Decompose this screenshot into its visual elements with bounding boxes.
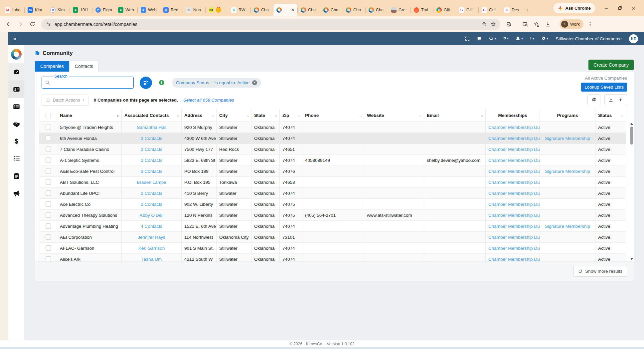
tab-contacts[interactable]: Contacts xyxy=(69,61,99,72)
cell-contacts[interactable]: 3 Contacts xyxy=(122,166,182,177)
contacts-link[interactable]: Abby O'Dell xyxy=(140,213,163,218)
browser-tab[interactable]: KRW- xyxy=(228,4,250,16)
cell-memberships[interactable]: Chamber Membership Dues xyxy=(486,133,540,144)
new-tab-button[interactable] xyxy=(524,6,532,14)
column-header-email[interactable]: Email↑↓ xyxy=(424,109,486,122)
contacts-link[interactable]: Keri Garrison xyxy=(138,246,165,251)
column-header-city[interactable]: City↑↓ xyxy=(217,109,251,122)
cell-contacts[interactable]: 2 Contacts xyxy=(122,199,182,210)
close-icon[interactable] xyxy=(631,6,636,11)
cell-memberships[interactable]: Chamber Membership Dues xyxy=(486,232,540,243)
sort-arrows-icon[interactable]: ↑↓ xyxy=(295,114,300,118)
cell-contacts[interactable]: Samantha Hall xyxy=(122,122,182,133)
create-company-button[interactable]: Create Company xyxy=(588,60,634,70)
programs-link[interactable]: Signature Membership xyxy=(545,136,590,141)
contacts-link[interactable]: 2 Contacts xyxy=(141,191,162,196)
sort-arrows-icon[interactable]: ↑↓ xyxy=(479,114,483,118)
chambermate-logo[interactable] xyxy=(8,45,24,63)
contacts-link[interactable]: 4 Contacts xyxy=(141,224,162,229)
browser-tab[interactable]: GGui xyxy=(479,4,501,16)
sort-arrows-icon[interactable]: ↑↓ xyxy=(417,114,421,118)
contacts-link[interactable]: 2 Contacts xyxy=(141,158,162,163)
memberships-link[interactable]: Chamber Membership Dues xyxy=(488,224,540,229)
cell-programs[interactable]: Signature Membership xyxy=(540,133,595,144)
table-row[interactable]: Advanced Therapy SolutionsAbby O'Dell120… xyxy=(39,210,626,221)
browser-tab[interactable]: FFigm xyxy=(92,4,115,16)
cell-contacts[interactable]: Tasha Um xyxy=(122,254,182,262)
browser-tab[interactable]: Trai xyxy=(411,4,433,16)
tab-companies[interactable]: Companies xyxy=(35,61,69,72)
sort-arrows-icon[interactable]: ↑↓ xyxy=(244,114,249,118)
sort-arrows-icon[interactable]: ↑↓ xyxy=(357,114,362,118)
column-header-address[interactable]: Address↑↓ xyxy=(182,109,217,122)
gear-icon[interactable]: ▾ xyxy=(541,36,548,41)
sort-arrows-icon[interactable]: ↑↓ xyxy=(210,114,214,118)
cell-memberships[interactable]: Chamber Membership Dues xyxy=(486,199,540,210)
sidebar-item-task-list[interactable] xyxy=(8,150,24,167)
table-row[interactable]: Alice's ArkTasha Um4212 South WStillwate… xyxy=(39,254,626,262)
bookmark-star-icon[interactable] xyxy=(491,22,496,27)
maximize-icon[interactable] xyxy=(617,6,622,11)
row-checkbox[interactable] xyxy=(39,177,57,188)
cell-contacts[interactable]: 2 Contacts xyxy=(122,188,182,199)
memberships-link[interactable]: Chamber Membership Dues xyxy=(488,136,540,141)
extensions-icon[interactable] xyxy=(504,20,514,29)
browser-tab[interactable]: MInbo xyxy=(2,4,24,16)
cell-memberships[interactable]: Chamber Membership Dues xyxy=(486,144,540,155)
back-icon[interactable] xyxy=(3,19,13,29)
cell-programs[interactable]: Signature Membership xyxy=(540,166,595,177)
column-header-state[interactable]: State↑↓ xyxy=(251,109,280,122)
sidebar-item-bullhorn[interactable] xyxy=(8,184,24,202)
memberships-link[interactable]: Chamber Membership Dues xyxy=(488,257,540,262)
browser-tab[interactable]: GGlit xyxy=(456,4,478,16)
contacts-link[interactable]: Braden Lampe xyxy=(137,180,166,185)
table-row[interactable]: A-1 Septic Systems2 Contacts5823 E. 68th… xyxy=(39,155,626,166)
cell-programs[interactable]: Signature Membership xyxy=(540,221,595,232)
sidebar-item-clipboard[interactable] xyxy=(8,167,24,184)
cell-contacts[interactable]: Braden Lampe xyxy=(122,177,182,188)
column-header-memberships[interactable]: Memberships xyxy=(486,109,540,122)
select-all-link[interactable]: Select all 658 Companies xyxy=(183,98,234,103)
profile-chip[interactable]: K Work xyxy=(560,19,583,29)
browser-tab-active[interactable]: ✕ xyxy=(273,4,297,16)
sort-arrows-icon[interactable]: ↑↓ xyxy=(115,114,119,118)
browser-tab[interactable]: 18Kim xyxy=(25,4,47,16)
reading-list-star-icon[interactable] xyxy=(532,20,541,29)
memberships-link[interactable]: Chamber Membership Dues xyxy=(488,180,540,185)
row-checkbox[interactable] xyxy=(39,144,57,155)
column-header-programs[interactable]: Programs xyxy=(540,109,595,122)
cell-memberships[interactable]: Chamber Membership Dues xyxy=(486,155,540,166)
sidebar-item-gauge[interactable] xyxy=(8,63,24,81)
cell-memberships[interactable]: Chamber Membership Dues xyxy=(486,177,540,188)
url-bar[interactable]: app.chambermate.com/retail/companies xyxy=(41,19,500,30)
column-header-name[interactable]: Name↑↓ xyxy=(57,109,122,122)
lookup-saved-lists-button[interactable]: Lookup Saved Lists xyxy=(581,83,627,92)
row-checkbox[interactable] xyxy=(39,133,57,144)
table-row[interactable]: A&B Eco-Safe Pest Control3 ContactsPO Bo… xyxy=(39,166,626,177)
memberships-link[interactable]: Chamber Membership Dues xyxy=(488,235,540,240)
browser-tab[interactable]: GDes xyxy=(501,4,524,16)
memberships-link[interactable]: Chamber Membership Dues xyxy=(488,202,540,207)
memberships-link[interactable]: Chamber Membership Dues xyxy=(488,158,540,163)
memberships-link[interactable]: Chamber Membership Dues xyxy=(488,213,540,218)
cell-contacts[interactable]: 4 Contacts xyxy=(122,221,182,232)
row-checkbox[interactable] xyxy=(39,210,57,221)
table-row[interactable]: ABT Solutions, LLCBraden LampeP.O. Box 1… xyxy=(39,177,626,188)
contacts-link[interactable]: Jennifer Hays xyxy=(138,235,165,240)
sidebar-expand-icon[interactable]: » xyxy=(13,35,17,42)
browser-tab[interactable]: Cha xyxy=(251,4,273,16)
upload-icon[interactable] xyxy=(618,97,623,102)
search-field[interactable]: Search xyxy=(42,77,134,89)
cell-memberships[interactable]: Chamber Membership Dues xyxy=(486,221,540,232)
download-icon[interactable] xyxy=(608,97,613,102)
table-row[interactable]: Abundant Life UPCI2 Contacts410 S BerryS… xyxy=(39,188,626,199)
column-header-contacts[interactable]: Associated Contacts↑↓ xyxy=(122,109,182,122)
downloads-icon[interactable] xyxy=(543,20,553,29)
row-checkbox[interactable] xyxy=(39,243,57,254)
browser-tab[interactable]: 17Kim xyxy=(47,4,70,16)
remove-filter-icon[interactable]: ✕ xyxy=(252,80,257,85)
select-all-checkbox[interactable] xyxy=(39,109,57,122)
contacts-link[interactable]: 3 Contacts xyxy=(141,169,162,174)
cell-memberships[interactable]: Chamber Membership Dues xyxy=(486,122,540,133)
cell-contacts[interactable]: Jennifer Hays xyxy=(122,232,182,243)
